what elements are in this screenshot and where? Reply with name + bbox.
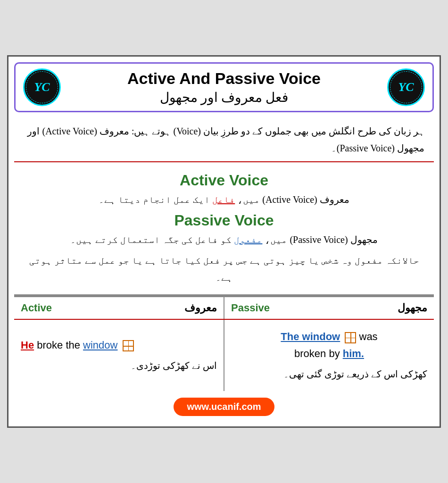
th-active: Active bbox=[14, 297, 119, 319]
active-cell: He broke the window اس نے کھڑکی توڑدی۔ bbox=[14, 319, 224, 391]
he-word: He bbox=[21, 339, 34, 351]
intro-text: ہر زبان کی طرح انگلش میں بھی جملوں کے دو… bbox=[24, 123, 424, 157]
logo-right: YC bbox=[387, 68, 425, 106]
table-content-row: He broke the window اس نے کھڑکی توڑدی۔ T… bbox=[14, 319, 434, 391]
window-icon-active bbox=[123, 340, 134, 351]
logo-left: YC bbox=[23, 68, 61, 106]
table-outer: Active معروف Passive مجھول He broke the … bbox=[14, 295, 434, 391]
him-word: him. bbox=[343, 348, 364, 359]
main-table: Active معروف Passive مجھول He broke the … bbox=[14, 296, 434, 391]
active-broke: broke the bbox=[37, 339, 83, 351]
intro-section: ہر زبان کی طرح انگلش میں بھی جملوں کے دو… bbox=[14, 118, 434, 162]
passive-sentence-ur: کھڑکی اس کے ذریعے توڑی گئی تھی۔ bbox=[231, 366, 427, 383]
th-maroof: معروف bbox=[119, 297, 224, 319]
page-wrapper: YC Active And Passive Voice فعل معروف او… bbox=[7, 55, 441, 427]
passive-sentence-en: The window wasbroken by him. bbox=[231, 328, 427, 361]
header-box: YC Active And Passive Voice فعل معروف او… bbox=[14, 62, 434, 112]
th-majhool: مجھول bbox=[329, 297, 434, 319]
footer-section: www.ucanif.com bbox=[14, 393, 434, 421]
main-title-ur: فعل معروف اور مجھول bbox=[61, 90, 387, 105]
th-passive: Passive bbox=[224, 297, 329, 319]
voice-section: Active Voice معروف (Active Voice) میں، ف… bbox=[14, 167, 434, 295]
window-icon-passive bbox=[345, 332, 356, 343]
passive-voice-desc1: مجھول (Passive Voice) میں، مفعول کو فاعل… bbox=[24, 231, 424, 248]
faail-word: فاعل bbox=[212, 194, 235, 205]
header-center: Active And Passive Voice فعل معروف اور م… bbox=[61, 70, 387, 105]
main-title-en: Active And Passive Voice bbox=[61, 70, 387, 87]
active-voice-title: Active Voice bbox=[24, 172, 424, 189]
active-window-word: window bbox=[83, 339, 117, 351]
mafool-word: مفعول bbox=[234, 234, 262, 245]
table-header-row: Active معروف Passive مجھول bbox=[14, 297, 434, 319]
active-sentence-ur: اس نے کھڑکی توڑدی۔ bbox=[21, 357, 217, 374]
the-window-word: The window bbox=[281, 331, 340, 342]
passive-cell: The window wasbroken by him. کھڑکی اس کے… bbox=[224, 319, 434, 391]
active-voice-desc: معروف (Active Voice) میں، فاعل ایک عمل ا… bbox=[24, 191, 424, 208]
footer-url: www.ucanif.com bbox=[174, 398, 274, 416]
passive-voice-title: Passive Voice bbox=[24, 212, 424, 229]
active-sentence-en: He broke the window bbox=[21, 337, 217, 353]
passive-voice-desc2: حالانکہ مفعول وہ شخص یا چیز ہوتی ہے جس پ… bbox=[24, 252, 424, 286]
